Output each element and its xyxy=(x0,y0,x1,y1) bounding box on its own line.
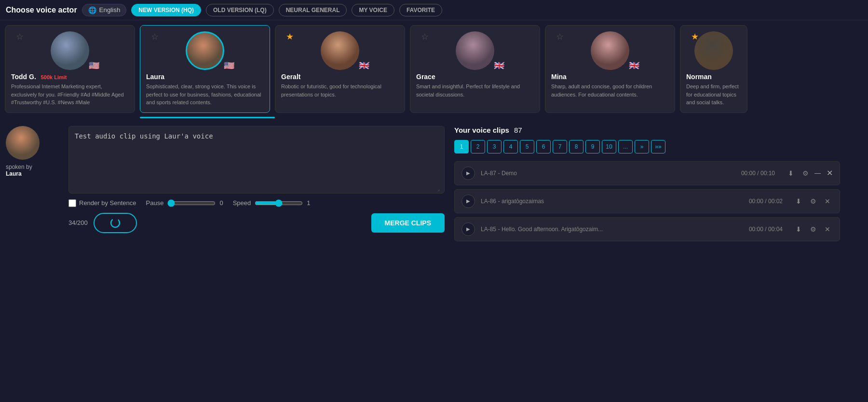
settings-btn-la86[interactable]: ⚙ xyxy=(808,196,818,207)
favorite-button[interactable]: FAVORITE xyxy=(399,4,442,16)
voice-card-grace[interactable]: ☆ Grace Smart and insightful. Perfect fo… xyxy=(410,25,540,113)
star-geralt[interactable]: ★ xyxy=(286,31,294,42)
page-btn-3[interactable]: 3 xyxy=(487,140,502,153)
avatar-container-todd: ☆ xyxy=(11,31,129,70)
avatar-todd xyxy=(51,31,89,70)
play-btn-la87[interactable]: ▶ xyxy=(461,166,475,180)
voice-card-mina[interactable]: ☆ Mina Sharp, adult and concise, good fo… xyxy=(545,25,675,113)
speed-value: 1 xyxy=(307,199,310,207)
speed-slider[interactable] xyxy=(255,199,303,207)
page-btn-5[interactable]: 5 xyxy=(520,140,534,153)
voice-desc-geralt: Robotic or futuristic, good for technolo… xyxy=(281,83,399,98)
clips-header: Your voice clips 87 xyxy=(454,126,840,134)
bottom-actions: 34/200 MERGE CLIPS xyxy=(68,213,445,233)
pause-slider[interactable] xyxy=(167,199,216,207)
render-by-sentence-label[interactable]: Render by Sentence xyxy=(68,199,136,207)
left-panel: spoken by Laura xyxy=(6,126,59,333)
new-version-button[interactable]: NEW VERSION (HQ) xyxy=(131,4,201,16)
clip-time-la85: 00:00 / 00:04 xyxy=(749,226,783,233)
download-btn-la86[interactable]: ⬇ xyxy=(793,196,804,207)
flag-geralt xyxy=(358,61,370,70)
page-btn-10[interactable]: 10 xyxy=(602,140,616,153)
voice-name-norman: Norman xyxy=(686,73,741,81)
delete-btn-la85[interactable]: ✕ xyxy=(822,224,833,235)
voice-card-norman[interactable]: ★ Norman Deep and firm, perfect for educ… xyxy=(680,25,747,113)
my-voice-button[interactable]: MY VOICE xyxy=(352,4,394,16)
neural-general-button[interactable]: NEURAL GENERAL xyxy=(279,4,347,16)
blue-underline xyxy=(140,117,275,118)
settings-btn-la85[interactable]: ⚙ xyxy=(808,224,818,235)
page-btn-2[interactable]: 2 xyxy=(471,140,485,153)
language-selector[interactable]: 🌐 English xyxy=(82,4,127,16)
page-title: Choose voice actor xyxy=(6,6,77,14)
clip-actions-la86: ⬇ ⚙ ✕ xyxy=(793,196,833,207)
voice-cards-section: ☆ Todd G. 500k Limit Professional Intern… xyxy=(0,20,868,118)
merge-clips-button[interactable]: MERGE CLIPS xyxy=(371,213,445,233)
resize-handle[interactable]: ⌟ xyxy=(437,186,442,191)
avatar-norman xyxy=(694,31,733,70)
settings-btn-la87[interactable]: ⚙ xyxy=(800,168,811,179)
avatar-container-laura: ☆ xyxy=(146,31,264,70)
play-btn-la86[interactable]: ▶ xyxy=(461,194,475,208)
delete-btn-la86[interactable]: ✕ xyxy=(822,196,833,207)
spoken-by: spoken by Laura xyxy=(6,164,32,177)
render-by-sentence-checkbox[interactable] xyxy=(68,199,76,207)
voice-name-laura: Laura xyxy=(146,73,264,81)
clip-item-la86: ▶ LA-86 - arigatōgozaimas 00:00 / 00:02 … xyxy=(454,189,840,213)
page-btn-6[interactable]: 6 xyxy=(536,140,551,153)
old-version-button[interactable]: OLD VERSION (LQ) xyxy=(206,4,274,16)
center-panel: ⌟ Render by Sentence Pause 0 Speed 1 34/… xyxy=(68,126,445,333)
flag-mina xyxy=(628,61,640,70)
star-todd[interactable]: ☆ xyxy=(16,31,24,42)
clip-time-la87: 00:00 / 00:10 xyxy=(741,170,775,177)
avatar-geralt xyxy=(321,31,359,70)
voice-text-input[interactable] xyxy=(75,132,438,185)
avatar-container-grace: ☆ xyxy=(416,31,534,70)
collapse-btn-la87[interactable]: — xyxy=(814,169,821,177)
pause-value: 0 xyxy=(219,199,223,207)
speed-label: Speed xyxy=(233,199,251,207)
star-laura[interactable]: ☆ xyxy=(151,31,159,42)
star-norman[interactable]: ★ xyxy=(691,31,699,42)
generate-button[interactable] xyxy=(94,213,137,233)
star-mina[interactable]: ☆ xyxy=(556,31,564,42)
clip-item-la87: ▶ LA-87 - Demo 00:00 / 00:10 ⬇ ⚙ — ✕ xyxy=(454,161,840,185)
loading-icon xyxy=(110,218,121,228)
clip-label-la85: LA-85 - Hello. Good afternoon. Arigatōgo… xyxy=(481,225,743,233)
page-btn-ellipsis[interactable]: ... xyxy=(618,140,633,153)
close-btn-la87[interactable]: ✕ xyxy=(827,168,833,178)
star-grace[interactable]: ☆ xyxy=(421,31,429,42)
globe-icon: 🌐 xyxy=(88,6,96,14)
main-content: spoken by Laura ⌟ Render by Sentence Pau… xyxy=(0,118,868,340)
voice-desc-todd: Professional Internet Marketing expert, … xyxy=(11,83,129,107)
clips-count: 87 xyxy=(514,126,522,134)
avatar-mina xyxy=(591,31,629,70)
page-btn-8[interactable]: 8 xyxy=(569,140,583,153)
flag-todd xyxy=(88,61,100,70)
page-btn-1[interactable]: 1 xyxy=(454,140,469,153)
text-area-wrapper: ⌟ xyxy=(68,126,445,194)
flag-laura xyxy=(223,61,235,70)
pagination: 1 2 3 4 5 6 7 8 9 10 ... » »» xyxy=(454,140,840,153)
page-btn-4[interactable]: 4 xyxy=(503,140,518,153)
page-btn-9[interactable]: 9 xyxy=(585,140,600,153)
voice-card-geralt[interactable]: ★ Geralt Robotic or futuristic, good for… xyxy=(275,25,405,113)
top-bar: Choose voice actor 🌐 English NEW VERSION… xyxy=(0,0,868,20)
clip-actions-la87: ⬇ ⚙ — ✕ xyxy=(786,168,833,179)
page-btn-next[interactable]: » xyxy=(635,140,649,153)
voice-desc-norman: Deep and firm, perfect for educational t… xyxy=(686,83,741,107)
voice-desc-grace: Smart and insightful. Perfect for lifest… xyxy=(416,83,534,98)
clips-title: Your voice clips xyxy=(454,126,509,134)
play-btn-la85[interactable]: ▶ xyxy=(461,222,475,236)
right-panel: Your voice clips 87 1 2 3 4 5 6 7 8 9 10… xyxy=(454,126,840,333)
voice-card-todd[interactable]: ☆ Todd G. 500k Limit Professional Intern… xyxy=(5,25,135,113)
speaker-avatar xyxy=(6,126,40,160)
speed-group: Speed 1 xyxy=(233,199,311,207)
avatar-laura xyxy=(186,31,224,70)
voice-card-laura[interactable]: ☆ Laura Sophisticated, clear, strong voi… xyxy=(140,25,270,113)
page-btn-last[interactable]: »» xyxy=(651,140,665,153)
page-btn-7[interactable]: 7 xyxy=(553,140,567,153)
clip-item-la85: ▶ LA-85 - Hello. Good afternoon. Arigatō… xyxy=(454,217,840,241)
download-btn-la87[interactable]: ⬇ xyxy=(786,168,796,179)
download-btn-la85[interactable]: ⬇ xyxy=(793,224,804,235)
